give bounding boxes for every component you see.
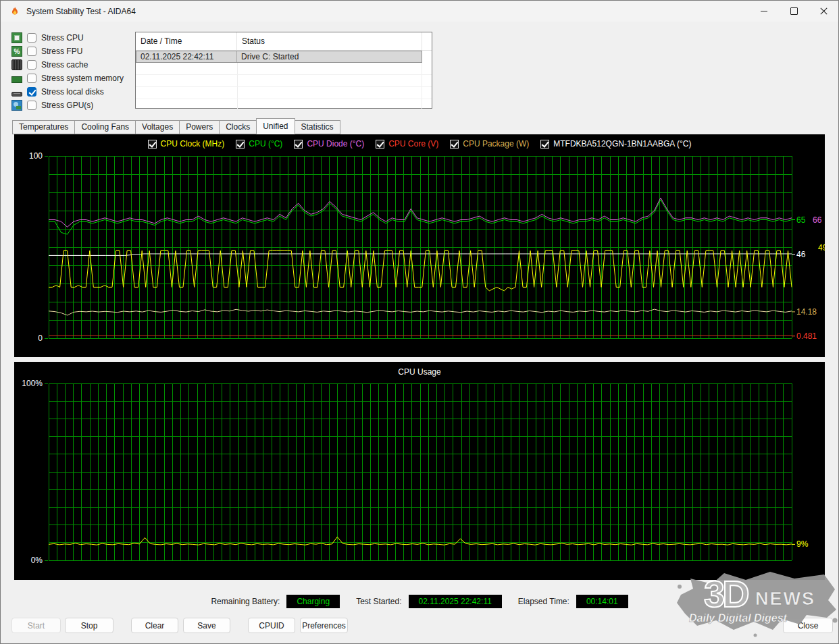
- y-axis-tick: 0%: [31, 556, 43, 565]
- chart-background: [14, 362, 825, 580]
- tab-voltages[interactable]: Voltages: [135, 120, 180, 134]
- cpuid-button[interactable]: CPUID: [248, 618, 295, 633]
- unified-chart-panel: CPU Clock (MHz)CPU (°C)CPU Diode (°C)CPU…: [14, 134, 825, 357]
- y-axis-tick: 100%: [22, 379, 43, 388]
- stress-cpu-checkbox[interactable]: [27, 33, 36, 43]
- current-value-label: 66: [813, 215, 822, 225]
- legend-checkbox-icon[interactable]: [148, 140, 157, 149]
- legend-checkbox-icon[interactable]: [450, 140, 459, 149]
- stress-gpu-checkbox[interactable]: [27, 101, 36, 110]
- stress-row-gpu: Stress GPU(s): [11, 99, 124, 112]
- legend-label: CPU Clock (MHz): [161, 139, 225, 149]
- minimize-button[interactable]: [749, 1, 779, 22]
- table-empty-row: [136, 63, 432, 75]
- tab-clocks[interactable]: Clocks: [219, 120, 257, 134]
- stress-options-panel: Stress CPU Stress FPU Stress cache Stres…: [11, 31, 124, 112]
- elapsed-time-status: Elapsed Time: 00:14:01: [518, 595, 628, 608]
- legend-checkbox-icon[interactable]: [376, 140, 384, 149]
- y-axis-tick: 0: [38, 333, 43, 343]
- stress-fpu-label: Stress FPU: [41, 47, 82, 56]
- maximize-button[interactable]: [779, 1, 809, 22]
- cpu-icon: [11, 32, 22, 43]
- current-value-label: 65: [796, 215, 806, 225]
- save-button[interactable]: Save: [183, 618, 230, 633]
- close-button[interactable]: Close: [783, 618, 833, 633]
- elapsed-time-value: 00:14:01: [576, 595, 628, 608]
- stress-memory-label: Stress system memory: [41, 74, 124, 83]
- legend-item-5[interactable]: MTFDKBA512QGN-1BN1AABGA (°C): [540, 139, 691, 149]
- table-empty-row: [136, 99, 432, 111]
- stress-row-disks: Stress local disks: [11, 85, 124, 99]
- column-header-spacer: [422, 32, 432, 50]
- current-value-label: 46: [796, 250, 806, 259]
- legend-checkbox-icon[interactable]: [294, 140, 303, 149]
- close-window-button[interactable]: [809, 1, 838, 22]
- clear-button[interactable]: Clear: [131, 618, 178, 633]
- close-icon: [820, 7, 828, 15]
- preferences-button[interactable]: Preferences: [300, 618, 348, 633]
- stress-disks-label: Stress local disks: [41, 87, 104, 97]
- app-window: System Stability Test - AIDA64 Stress CP…: [0, 0, 839, 644]
- stress-cpu-label: Stress CPU: [41, 33, 84, 43]
- stress-row-cpu: Stress CPU: [11, 31, 124, 45]
- event-log-table: Date / Time Status 02.11.2025 22:42:11 D…: [135, 32, 432, 109]
- status-row: Remaining Battery: Charging Test Started…: [0, 593, 839, 610]
- legend-item-1[interactable]: CPU (°C): [236, 139, 282, 149]
- tab-unified[interactable]: Unified: [256, 118, 295, 134]
- legend-label: CPU Package (W): [463, 139, 529, 149]
- stress-fpu-checkbox[interactable]: [27, 47, 36, 56]
- sensors-chart-canvas: 1000656649504614.180.481: [14, 134, 825, 360]
- chart-background: [14, 134, 825, 357]
- window-controls: [749, 1, 838, 22]
- window-title: System Stability Test - AIDA64: [26, 7, 136, 16]
- tab-temperatures[interactable]: Temperatures: [12, 120, 75, 134]
- maximize-icon: [790, 7, 798, 15]
- stress-row-fpu: Stress FPU: [11, 45, 124, 58]
- current-value-label: 4950: [818, 243, 825, 252]
- cpu-usage-chart-panel: 100%0%9%CPU Usage: [14, 362, 825, 580]
- cell-status: Drive C: Started: [237, 51, 422, 62]
- tab-bar: Temperatures Cooling Fans Voltages Power…: [12, 119, 340, 134]
- tab-cooling-fans[interactable]: Cooling Fans: [74, 120, 136, 134]
- stress-cache-checkbox[interactable]: [27, 60, 36, 70]
- tab-statistics[interactable]: Statistics: [295, 120, 340, 134]
- legend-label: CPU Diode (°C): [307, 139, 364, 149]
- legend-item-2[interactable]: CPU Diode (°C): [294, 139, 364, 149]
- test-started-status: Test Started: 02.11.2025 22:42:11: [356, 595, 502, 608]
- disk-icon: [11, 92, 22, 97]
- y-axis-tick: 100: [29, 151, 43, 161]
- selected-row-highlight: 02.11.2025 22:42:11 Drive C: Started: [136, 51, 422, 63]
- stop-button[interactable]: Stop: [65, 618, 113, 633]
- legend-checkbox-icon[interactable]: [236, 140, 245, 149]
- legend-item-0[interactable]: CPU Clock (MHz): [148, 139, 225, 149]
- test-started-value: 02.11.2025 22:42:11: [409, 595, 502, 608]
- test-started-label: Test Started:: [356, 597, 401, 606]
- elapsed-time-label: Elapsed Time:: [518, 597, 569, 606]
- legend-item-4[interactable]: CPU Package (W): [450, 139, 529, 149]
- stress-disks-checkbox[interactable]: [27, 87, 36, 97]
- stress-cache-label: Stress cache: [41, 60, 88, 70]
- stress-memory-checkbox[interactable]: [27, 74, 36, 83]
- battery-value: Charging: [286, 595, 340, 608]
- stress-row-memory: Stress system memory: [11, 72, 124, 85]
- start-button: Start: [11, 618, 61, 633]
- stress-row-cache: Stress cache: [11, 58, 124, 72]
- titlebar: System Stability Test - AIDA64: [1, 1, 838, 22]
- legend-item-3[interactable]: CPU Core (V): [376, 139, 438, 149]
- column-header-status[interactable]: Status: [237, 32, 422, 50]
- legend-label: CPU (°C): [249, 139, 282, 149]
- memory-icon: [11, 76, 22, 83]
- legend-checkbox-icon[interactable]: [540, 140, 549, 149]
- fpu-icon: [11, 46, 22, 57]
- tab-powers[interactable]: Powers: [179, 120, 220, 134]
- cell-datetime: 02.11.2025 22:42:11: [136, 51, 237, 62]
- gpu-icon: [11, 100, 22, 111]
- legend-label: CPU Core (V): [388, 139, 438, 149]
- table-row[interactable]: 02.11.2025 22:42:11 Drive C: Started: [136, 51, 432, 63]
- current-value-label: 0.481: [796, 331, 817, 341]
- cache-icon: [11, 59, 22, 70]
- watermark-tagline: Daily Digital Digest: [689, 612, 788, 624]
- table-header: Date / Time Status: [136, 32, 432, 51]
- chart-legend: CPU Clock (MHz)CPU (°C)CPU Diode (°C)CPU…: [14, 139, 825, 149]
- column-header-datetime[interactable]: Date / Time: [136, 32, 237, 50]
